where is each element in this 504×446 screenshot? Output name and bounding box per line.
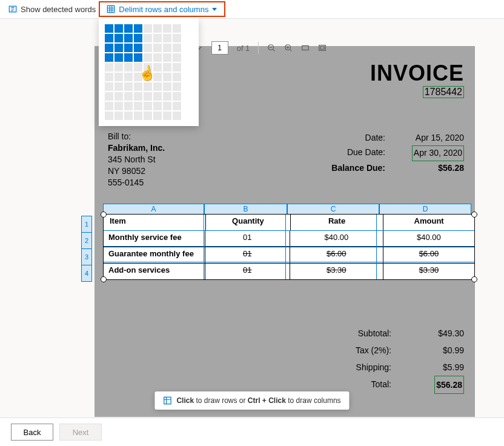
grid-cell[interactable] bbox=[114, 92, 123, 101]
grid-cell[interactable] bbox=[114, 63, 123, 72]
grid-cell[interactable] bbox=[144, 44, 152, 52]
row-divider[interactable] bbox=[104, 262, 474, 262]
grid-cell[interactable] bbox=[163, 24, 171, 33]
grid-cell[interactable] bbox=[153, 92, 162, 101]
grid-cell[interactable] bbox=[124, 92, 133, 101]
grid-cell[interactable] bbox=[144, 112, 152, 120]
grid-cell[interactable] bbox=[163, 82, 171, 91]
grid-cell[interactable] bbox=[153, 112, 162, 120]
grid-cell[interactable] bbox=[163, 102, 171, 110]
grid-cell[interactable] bbox=[114, 102, 123, 110]
grid-cell[interactable] bbox=[124, 112, 133, 120]
grid-cell[interactable] bbox=[153, 82, 162, 91]
page-number-input[interactable] bbox=[211, 41, 228, 55]
resize-handle[interactable] bbox=[471, 276, 477, 282]
grid-cell[interactable] bbox=[173, 112, 181, 120]
grid-cell[interactable] bbox=[124, 73, 133, 81]
grid-cell[interactable] bbox=[105, 112, 113, 120]
grid-cell[interactable] bbox=[153, 73, 162, 81]
next-button[interactable]: Next bbox=[59, 424, 102, 441]
column-divider[interactable] bbox=[285, 215, 286, 279]
grid-cell[interactable] bbox=[124, 53, 133, 62]
grid-cell[interactable] bbox=[134, 34, 142, 42]
grid-cell[interactable] bbox=[144, 92, 152, 101]
grid-cell[interactable] bbox=[153, 102, 162, 110]
fit-width-icon[interactable] bbox=[301, 44, 310, 52]
zoom-in-icon[interactable] bbox=[284, 44, 293, 52]
grid-cell[interactable] bbox=[124, 34, 133, 42]
grid-cell[interactable] bbox=[173, 34, 181, 42]
grid-cell[interactable] bbox=[134, 112, 142, 120]
grid-cell[interactable] bbox=[134, 73, 142, 81]
grid-cell[interactable] bbox=[134, 92, 142, 101]
grid-cell[interactable] bbox=[134, 24, 142, 33]
grid-cell[interactable] bbox=[105, 63, 113, 72]
resize-handle[interactable] bbox=[101, 211, 107, 218]
row-number[interactable]: 2 bbox=[81, 232, 92, 249]
grid-cell[interactable] bbox=[153, 63, 162, 72]
grid-cell[interactable] bbox=[163, 53, 171, 62]
zoom-out-icon[interactable] bbox=[267, 44, 276, 52]
grid-cell[interactable] bbox=[173, 102, 181, 110]
grid-cell[interactable] bbox=[134, 102, 142, 110]
row-divider[interactable] bbox=[104, 230, 474, 231]
resize-handle[interactable] bbox=[101, 276, 107, 282]
data-table[interactable]: Item Quantity Rate Amount Monthly servic… bbox=[103, 214, 475, 280]
grid-cell[interactable] bbox=[173, 63, 181, 72]
grid-cell[interactable] bbox=[105, 92, 113, 101]
resize-handle[interactable] bbox=[471, 211, 477, 218]
column-divider[interactable] bbox=[204, 215, 204, 279]
grid-cell[interactable] bbox=[124, 44, 133, 52]
fit-page-icon[interactable] bbox=[318, 44, 327, 52]
grid-cell[interactable] bbox=[163, 34, 171, 42]
grid-cell[interactable] bbox=[124, 24, 133, 33]
grid-cell[interactable] bbox=[105, 73, 113, 81]
row-divider[interactable] bbox=[104, 246, 474, 247]
grid-cell[interactable] bbox=[173, 44, 181, 52]
grid-cell[interactable] bbox=[124, 102, 133, 110]
grid-cell[interactable] bbox=[114, 24, 123, 33]
grid-cell[interactable] bbox=[105, 34, 113, 42]
grid-cell[interactable] bbox=[144, 34, 152, 42]
grid-cell[interactable] bbox=[134, 53, 142, 62]
row-number[interactable]: 1 bbox=[81, 216, 92, 233]
grid-cell[interactable] bbox=[173, 24, 181, 33]
grid-cell[interactable] bbox=[105, 24, 113, 33]
grid-cell[interactable] bbox=[134, 44, 142, 52]
delimit-rows-columns-button[interactable]: Delimit rows and columns bbox=[107, 5, 217, 14]
grid-cell[interactable] bbox=[144, 102, 152, 110]
grid-cell[interactable] bbox=[114, 44, 123, 52]
table-region[interactable]: A B C D Item bbox=[94, 204, 475, 280]
grid-cell[interactable] bbox=[124, 63, 133, 72]
grid-cell[interactable] bbox=[153, 24, 162, 33]
grid-cell[interactable] bbox=[153, 44, 162, 52]
grid-cell[interactable] bbox=[153, 34, 162, 42]
grid-cell[interactable] bbox=[163, 63, 171, 72]
column-header[interactable]: B bbox=[204, 204, 287, 214]
grid-cell[interactable] bbox=[134, 63, 142, 72]
grid-cell[interactable] bbox=[134, 82, 142, 91]
grid-cell[interactable] bbox=[144, 24, 152, 33]
grid-cell[interactable] bbox=[173, 53, 181, 62]
grid-cell[interactable] bbox=[105, 102, 113, 110]
grid-cell[interactable] bbox=[163, 44, 171, 52]
grid-cell[interactable] bbox=[144, 82, 152, 91]
column-header[interactable]: A bbox=[103, 204, 204, 214]
grid-cell[interactable] bbox=[114, 73, 123, 81]
grid-size-popup[interactable] bbox=[99, 18, 199, 126]
grid-cell[interactable] bbox=[144, 73, 152, 81]
grid-cell[interactable] bbox=[105, 53, 113, 62]
grid-cell[interactable] bbox=[163, 112, 171, 120]
row-number[interactable]: 4 bbox=[81, 265, 92, 282]
back-button[interactable]: Back bbox=[11, 424, 53, 441]
grid-cell[interactable] bbox=[114, 34, 123, 42]
column-header[interactable]: C bbox=[287, 204, 379, 214]
grid-cell[interactable] bbox=[105, 82, 113, 91]
grid-cell[interactable] bbox=[114, 53, 123, 62]
grid-cell[interactable] bbox=[124, 82, 133, 91]
grid-cell[interactable] bbox=[173, 73, 181, 81]
grid-cell[interactable] bbox=[173, 92, 181, 101]
column-divider[interactable] bbox=[376, 215, 377, 279]
grid-cell[interactable] bbox=[105, 44, 113, 52]
grid-cell[interactable] bbox=[173, 82, 181, 91]
